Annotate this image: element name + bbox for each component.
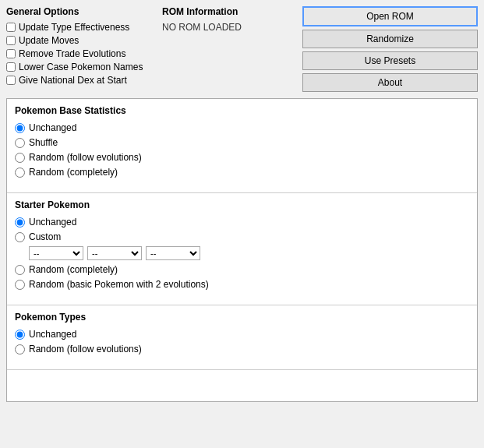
section-starter-pokemon: Starter PokemonUnchangedCustom------Rand… (7, 193, 477, 305)
checkbox-item-cb4: Lower Case Pokemon Names (6, 62, 154, 72)
radio-item-sp1: Unchanged (15, 217, 469, 228)
radio-item-sp2: Custom (15, 231, 469, 242)
radio-item-sp4: Random (basic Pokemon with 2 evolutions) (15, 279, 469, 290)
rom-info-panel: ROM Information NO ROM LOADED (162, 6, 287, 92)
radio-label-pt1: Unchanged (29, 329, 76, 340)
radio-bs3[interactable] (15, 153, 25, 163)
checkbox-item-cb3: Remove Trade Evolutions (6, 48, 154, 59)
custom-dropdowns-row: ------ (15, 246, 469, 260)
main-scroll-area[interactable]: Pokemon Base StatisticsUnchangedShuffleR… (6, 98, 478, 402)
radio-item-pt2: Random (follow evolutions) (15, 344, 469, 355)
radio-label-sp1: Unchanged (29, 217, 76, 228)
radio-label-bs3: Random (follow evolutions) (29, 152, 142, 163)
radio-sp3[interactable] (15, 265, 25, 275)
radio-item-bs2: Shuffle (15, 137, 469, 148)
section-pokemon-types: Pokemon TypesUnchangedRandom (follow evo… (7, 305, 477, 370)
randomize-button[interactable]: Randomize (302, 30, 478, 48)
radio-item-pt1: Unchanged (15, 329, 469, 340)
general-options-panel: General Options Update Type Effectivenes… (6, 6, 154, 92)
checkbox-cb4[interactable] (6, 62, 16, 72)
checkbox-label-cb1: Update Type Effectiveness (19, 22, 129, 33)
radio-bs1[interactable] (15, 123, 25, 133)
checkbox-label-cb4: Lower Case Pokemon Names (19, 62, 143, 72)
radio-pt1[interactable] (15, 330, 25, 340)
radio-item-bs4: Random (completely) (15, 167, 469, 178)
radio-bs4[interactable] (15, 168, 25, 178)
checkbox-cb2[interactable] (6, 36, 16, 45)
radio-label-bs4: Random (completely) (29, 167, 118, 178)
radio-sp1[interactable] (15, 217, 25, 228)
rom-status: NO ROM LOADED (162, 22, 287, 33)
radio-bs2[interactable] (15, 138, 25, 148)
radio-item-bs3: Random (follow evolutions) (15, 152, 469, 163)
radio-pt2[interactable] (15, 344, 25, 355)
radio-item-sp3: Random (completely) (15, 264, 469, 275)
about-button[interactable]: About (302, 73, 478, 92)
radio-item-bs1: Unchanged (15, 122, 469, 133)
checkbox-label-cb5: Give National Dex at Start (19, 75, 127, 86)
radio-label-sp2: Custom (29, 231, 61, 242)
radio-label-bs2: Shuffle (29, 137, 58, 148)
open-rom-button[interactable]: Open ROM (302, 6, 478, 26)
section-title-starter-pokemon: Starter Pokemon (15, 199, 469, 210)
section-base-stats: Pokemon Base StatisticsUnchangedShuffleR… (7, 99, 477, 193)
section-title-pokemon-types: Pokemon Types (15, 312, 469, 323)
section-title-base-stats: Pokemon Base Statistics (15, 105, 469, 116)
checkbox-item-cb5: Give National Dex at Start (6, 75, 154, 86)
use-presets-button[interactable]: Use Presets (302, 51, 478, 70)
checkbox-cb3[interactable] (6, 49, 16, 58)
buttons-panel: Open ROM Randomize Use Presets About (302, 6, 478, 92)
radio-label-sp4: Random (basic Pokemon with 2 evolutions) (29, 279, 209, 290)
custom-dropdown-0[interactable]: -- (29, 246, 83, 260)
checkbox-cb1[interactable] (6, 23, 16, 32)
radio-label-sp3: Random (completely) (29, 264, 118, 275)
radio-sp2[interactable] (15, 232, 25, 242)
checkbox-cb5[interactable] (6, 76, 16, 85)
checkbox-label-cb2: Update Moves (19, 35, 79, 46)
radio-label-pt2: Random (follow evolutions) (29, 344, 142, 355)
checkbox-item-cb2: Update Moves (6, 35, 154, 46)
checkbox-label-cb3: Remove Trade Evolutions (19, 48, 125, 59)
custom-dropdown-2[interactable]: -- (146, 246, 200, 260)
rom-info-title: ROM Information (162, 6, 287, 17)
checkbox-item-cb1: Update Type Effectiveness (6, 22, 154, 33)
custom-dropdown-1[interactable]: -- (87, 246, 142, 260)
general-options-title: General Options (6, 6, 154, 17)
radio-sp4[interactable] (15, 280, 25, 290)
radio-label-bs1: Unchanged (29, 122, 76, 133)
